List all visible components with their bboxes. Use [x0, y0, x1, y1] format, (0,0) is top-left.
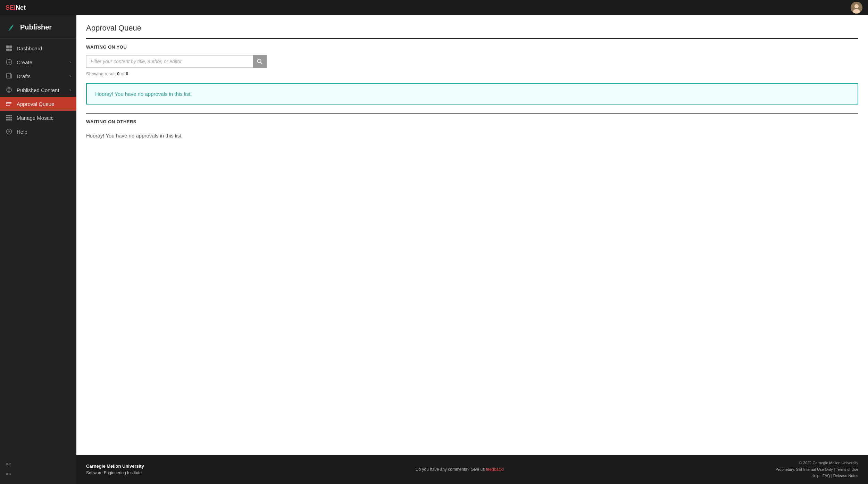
search-icon: [257, 59, 262, 64]
page-title: Approval Queue: [86, 24, 858, 33]
collapse-button-1[interactable]: ««: [0, 459, 76, 469]
org-sub: Software Engineering Institute: [86, 470, 144, 476]
sidebar-dashboard-label: Dashboard: [17, 45, 71, 51]
svg-rect-20: [6, 105, 7, 106]
collapse-button-2[interactable]: ««: [0, 469, 76, 478]
logo-sei: SEI: [6, 4, 16, 11]
main-content: Approval Queue WAITING ON YOU Showing re…: [76, 15, 868, 484]
svg-rect-22: [8, 115, 10, 116]
result-count: Showing result 0 of 0: [86, 71, 858, 76]
waiting-on-others-section: WAITING ON OTHERS Hooray! You have no ap…: [86, 113, 858, 141]
create-icon: [6, 59, 12, 66]
sidebar-item-dashboard[interactable]: Dashboard: [0, 41, 76, 55]
footer-center: Do you have any comments? Give us feedba…: [416, 467, 504, 472]
svg-point-1: [854, 4, 859, 8]
help-icon: ?: [6, 128, 12, 135]
svg-text:?: ?: [8, 130, 10, 134]
footer-copyright: © 2022 Carnegie Mellon University: [776, 460, 858, 466]
sidebar-mosaic-label: Manage Mosaic: [17, 115, 71, 121]
approval-icon: [6, 100, 12, 107]
sidebar-published-label: Published Content: [17, 87, 65, 93]
sidebar-brand: Publisher: [0, 15, 76, 39]
publisher-icon: [6, 22, 17, 33]
section1-empty-state: Hooray! You have no approvals in this li…: [86, 83, 858, 105]
content-area: Approval Queue WAITING ON YOU Showing re…: [76, 15, 868, 455]
footer-right: © 2022 Carnegie Mellon University Propri…: [776, 460, 858, 479]
footer-left: Carnegie Mellon University Software Engi…: [86, 463, 144, 476]
mosaic-icon: [6, 114, 12, 121]
feedback-link[interactable]: feedback!: [486, 467, 504, 472]
sidebar-item-drafts[interactable]: Drafts ›: [0, 69, 76, 83]
main-layout: Publisher Dashboard: [0, 15, 868, 484]
svg-rect-3: [6, 45, 9, 48]
site-logo: SEINet: [6, 4, 26, 11]
logo-net: Net: [16, 4, 26, 11]
filter-input[interactable]: [86, 55, 253, 68]
svg-point-14: [8, 88, 10, 90]
sidebar-help-label: Help: [17, 129, 71, 135]
svg-rect-18: [6, 102, 7, 103]
section2-empty-message: Hooray! You have no approvals in this li…: [86, 130, 858, 141]
svg-rect-21: [6, 115, 8, 116]
svg-rect-19: [6, 103, 7, 105]
sidebar-bottom: «« ««: [0, 456, 76, 484]
sidebar-drafts-label: Drafts: [17, 73, 65, 79]
svg-rect-28: [8, 119, 10, 120]
sidebar-item-manage-mosaic[interactable]: Manage Mosaic: [0, 111, 76, 125]
sidebar: Publisher Dashboard: [0, 15, 76, 484]
svg-rect-4: [9, 45, 12, 48]
published-icon: [6, 86, 12, 93]
sidebar-item-help[interactable]: ? Help: [0, 125, 76, 139]
svg-rect-29: [10, 119, 12, 120]
dashboard-icon: [6, 45, 12, 52]
sidebar-item-create[interactable]: Create ›: [0, 55, 76, 69]
svg-rect-26: [10, 117, 12, 118]
section1-empty-message: Hooray! You have no approvals in this li…: [95, 91, 192, 97]
feedback-prefix: Do you have any comments? Give us: [416, 467, 485, 472]
drafts-arrow-icon: ›: [69, 74, 71, 78]
footer-legal1: Proprietary. SEI Internal Use Only | Ter…: [776, 466, 858, 473]
filter-row: [86, 55, 858, 68]
section2-heading: WAITING ON OTHERS: [86, 119, 858, 124]
sidebar-approval-label: Approval Queue: [17, 101, 71, 107]
published-arrow-icon: ›: [69, 87, 71, 92]
sidebar-nav: Dashboard Create ›: [0, 39, 76, 456]
svg-rect-25: [8, 117, 10, 118]
footer-legal2: Help | FAQ | Release Notes: [776, 473, 858, 479]
create-arrow-icon: ›: [69, 60, 71, 65]
svg-rect-10: [7, 73, 10, 78]
drafts-icon: [6, 73, 12, 80]
svg-rect-5: [6, 49, 9, 51]
sidebar-create-label: Create: [17, 59, 65, 65]
user-avatar[interactable]: [851, 2, 862, 14]
org-name: Carnegie Mellon University: [86, 463, 144, 470]
section1-heading: WAITING ON YOU: [86, 44, 858, 50]
svg-rect-23: [10, 115, 12, 116]
search-button[interactable]: [253, 55, 267, 68]
svg-rect-6: [9, 49, 12, 51]
sidebar-item-published-content[interactable]: Published Content ›: [0, 83, 76, 97]
svg-point-32: [258, 59, 261, 63]
svg-rect-24: [6, 117, 8, 118]
waiting-on-you-section: WAITING ON YOU Showing result 0 of 0 Hoo…: [86, 44, 858, 105]
topbar: SEINet: [0, 0, 868, 15]
sidebar-brand-label: Publisher: [20, 23, 52, 31]
section1-divider: [86, 38, 858, 39]
svg-rect-27: [6, 119, 8, 120]
sidebar-item-approval-queue[interactable]: Approval Queue: [0, 97, 76, 111]
footer: Carnegie Mellon University Software Engi…: [76, 455, 868, 484]
svg-line-33: [261, 62, 262, 64]
